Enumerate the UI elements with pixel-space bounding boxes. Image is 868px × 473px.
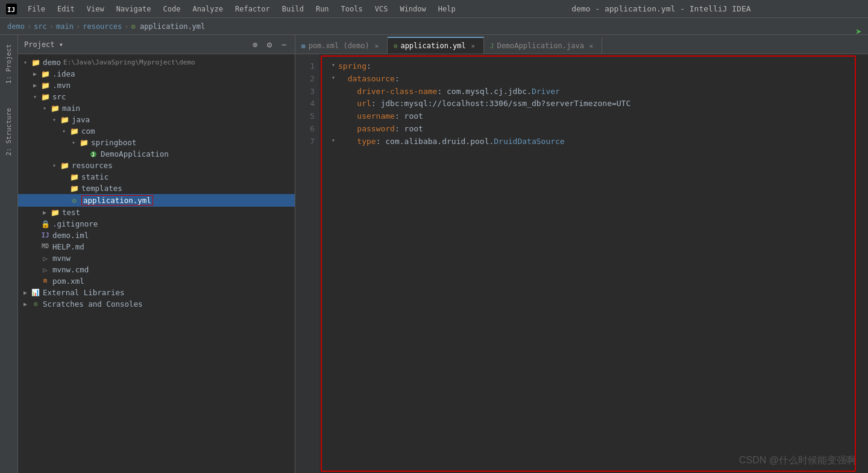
code-content[interactable]: ▾ spring: ▾ datasource: driver-class-nam…: [319, 54, 868, 473]
tree-item-demo-iml[interactable]: IJ demo.iml: [18, 230, 295, 241]
menu-item-vcs[interactable]: VCS: [370, 4, 393, 14]
sidebar-tab-project[interactable]: 1: Project: [2, 38, 16, 90]
breadcrumb-src[interactable]: src: [34, 22, 47, 31]
tree-item-java[interactable]: ▾ 📁 java: [18, 114, 295, 125]
tree-label-mvnw: mvnw: [52, 254, 71, 263]
tree-arrow-external-libs: ▶: [20, 289, 30, 296]
tree-arrow-mvn: ▶: [30, 82, 40, 89]
locate-icon[interactable]: ⊕: [250, 40, 260, 49]
menu-item-file[interactable]: File: [23, 4, 50, 14]
menu-item-analyze[interactable]: Analyze: [187, 4, 228, 14]
tree-item-demo[interactable]: ▾ 📁 demo E:\Java\JavaSpring\Myproject\de…: [18, 57, 295, 68]
menu-item-tools[interactable]: Tools: [336, 4, 368, 14]
tree-item-scratches[interactable]: ▶ ⚙ Scratches and Consoles: [18, 298, 295, 310]
line-num-2: 2: [295, 73, 315, 86]
watermark: CSDN @什么时候能变强啊: [739, 454, 856, 467]
tree-item-com[interactable]: ▾ 📁 com: [18, 125, 295, 137]
line-num-7: 7: [295, 136, 315, 148]
tab-close-java[interactable]: ×: [587, 42, 596, 50]
tab-application-yml[interactable]: ⚙ application.yml ×: [388, 37, 484, 54]
breadcrumb-demo[interactable]: demo: [7, 22, 25, 31]
folder-icon-test: 📁: [49, 208, 60, 217]
line-num-4: 4: [295, 98, 315, 110]
ext-libs-icon: 📊: [30, 289, 41, 297]
tree-item-application-yml[interactable]: ⚙ application.yml: [18, 194, 295, 207]
svg-text:IJ: IJ: [7, 6, 15, 14]
settings-icon[interactable]: ⚙: [265, 40, 274, 49]
code-text-1: spring:: [338, 60, 859, 73]
code-text-4: url: jdbc:mysql://localhost:3306/ssm_db?…: [338, 98, 859, 110]
main-container: 1: Project 2: Structure Project ▾ ⊕ ⚙ − …: [0, 35, 868, 473]
tree-label-gitignore: .gitignore: [52, 219, 98, 228]
collapse-icon[interactable]: −: [279, 40, 289, 49]
project-header: Project ▾ ⊕ ⚙ −: [18, 35, 295, 54]
tree-arrow-idea: ▶: [30, 70, 40, 77]
tree-arrow-resources: ▾: [49, 162, 59, 169]
tab-label-java: DemoApplication.java: [497, 42, 584, 50]
tab-demo-application-java[interactable]: J DemoApplication.java ×: [484, 37, 602, 54]
code-line-2: ▾ datasource:: [329, 73, 859, 86]
fold-arrow-1[interactable]: ▾: [329, 60, 338, 70]
menu-item-view[interactable]: View: [82, 4, 109, 14]
tab-label-pom: pom.xml (demo): [309, 42, 370, 50]
tree-item-mvn[interactable]: ▶ 📁 .mvn: [18, 80, 295, 91]
tree-item-external-libs[interactable]: ▶ 📊 External Libraries: [18, 287, 295, 298]
mvnwcmd-icon: ▷: [40, 266, 51, 274]
breadcrumb-resources[interactable]: resources: [83, 22, 122, 31]
window-title: demo - application.yml - IntelliJ IDEA: [461, 4, 862, 13]
tab-pom-xml[interactable]: m pom.xml (demo) ×: [295, 37, 388, 54]
tree-item-pom-xml[interactable]: m pom.xml: [18, 275, 295, 287]
tree-label-src: src: [52, 92, 66, 101]
nav-arrow[interactable]: ➤: [855, 25, 862, 38]
menu-item-navigate[interactable]: Navigate: [112, 4, 156, 14]
folder-icon-mvn: 📁: [40, 81, 51, 90]
yaml-icon-application-yml: ⚙: [69, 196, 80, 205]
tree-item-test[interactable]: ▶ 📁 test: [18, 207, 295, 218]
tree-arrow-springboot: ▾: [69, 139, 78, 146]
gitignore-icon: 🔒: [40, 220, 51, 228]
tree-label-java: java: [72, 115, 90, 124]
tree-item-idea[interactable]: ▶ 📁 .idea: [18, 68, 295, 80]
tree-label-test: test: [62, 208, 80, 217]
tree-item-demoapplication[interactable]: J DemoApplication: [18, 148, 295, 160]
tab-close-yaml[interactable]: ×: [469, 42, 477, 50]
sidebar-tab-structure[interactable]: 2: Structure: [2, 102, 16, 161]
folder-icon-src: 📁: [40, 93, 51, 101]
tree-arrow-main: ▾: [40, 105, 49, 111]
code-text-6: password: root: [338, 123, 859, 136]
tree-item-mvnw[interactable]: ▷ mvnw: [18, 252, 295, 264]
tree-label-mvn: .mvn: [52, 81, 71, 90]
line-numbers: 1 2 3 4 5 6 7: [295, 54, 319, 473]
menu-item-window[interactable]: Window: [395, 4, 430, 14]
menu-item-code[interactable]: Code: [159, 4, 186, 14]
tree-item-src[interactable]: ▾ 📁 src: [18, 91, 295, 102]
iml-icon: IJ: [40, 231, 51, 240]
breadcrumb-file: ⚙ application.yml: [131, 22, 205, 31]
menu-item-edit[interactable]: Edit: [52, 4, 80, 14]
tree-item-help-md[interactable]: MD HELP.md: [18, 241, 295, 252]
menu-item-help[interactable]: Help: [433, 4, 461, 14]
menu-item-refactor[interactable]: Refactor: [230, 4, 275, 14]
code-line-4: url: jdbc:mysql://localhost:3306/ssm_db?…: [329, 98, 859, 110]
class-icon-demoapplication: J: [88, 150, 99, 158]
tree-item-springboot[interactable]: ▾ 📁 springboot: [18, 137, 295, 148]
menu-item-run[interactable]: Run: [311, 4, 334, 14]
tree-item-gitignore[interactable]: 🔒 .gitignore: [18, 218, 295, 230]
fold-arrow-2[interactable]: ▾: [329, 73, 338, 83]
tree-item-mvnwcmd[interactable]: ▷ mvnw.cmd: [18, 264, 295, 275]
breadcrumb-main[interactable]: main: [56, 22, 74, 31]
tab-close-pom[interactable]: ×: [373, 42, 381, 50]
tree-item-templates[interactable]: 📁 templates: [18, 183, 295, 194]
tree-item-static[interactable]: 📁 static: [18, 171, 295, 183]
tab-icon-java: J: [490, 42, 494, 50]
fold-arrow-7[interactable]: ▾: [329, 136, 338, 145]
line-num-3: 3: [295, 86, 315, 98]
tree-label-com: com: [81, 127, 95, 136]
scratches-icon: ⚙: [30, 300, 41, 309]
tree-label-external-libs: External Libraries: [43, 288, 124, 297]
folder-icon-templates: 📁: [69, 184, 80, 193]
line-num-5: 5: [295, 110, 315, 123]
tree-item-resources[interactable]: ▾ 📁 resources: [18, 160, 295, 171]
menu-item-build[interactable]: Build: [277, 4, 309, 14]
tree-item-main[interactable]: ▾ 📁 main: [18, 102, 295, 114]
